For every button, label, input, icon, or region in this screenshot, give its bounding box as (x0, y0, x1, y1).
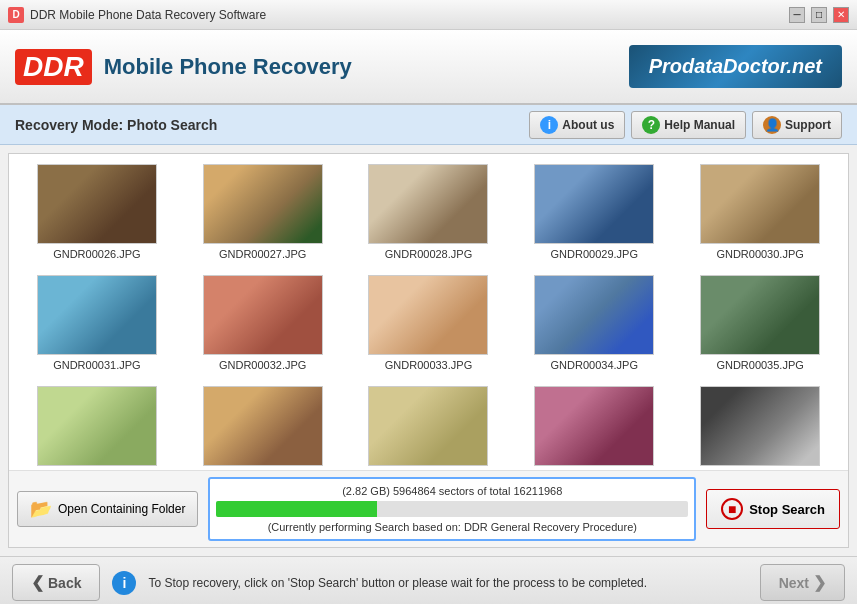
maximize-button[interactable]: □ (811, 7, 827, 23)
list-item[interactable]: GNDR00031.JPG (19, 275, 175, 371)
list-item[interactable]: GNDR00039.JPG (516, 386, 672, 470)
photo-thumbnail (37, 386, 157, 466)
photo-thumbnail (368, 275, 488, 355)
footer-message: To Stop recovery, click on 'Stop Search'… (148, 576, 747, 590)
brand-banner: ProdataDoctor.net (629, 45, 842, 88)
help-manual-label: Help Manual (664, 118, 735, 132)
photo-label: GNDR00031.JPG (53, 359, 140, 371)
photo-thumbnail (203, 164, 323, 244)
photo-thumbnail (700, 164, 820, 244)
open-folder-label: Open Containing Folder (58, 502, 185, 516)
bottom-section: 📂 Open Containing Folder (2.82 GB) 59648… (9, 470, 848, 547)
open-folder-button[interactable]: 📂 Open Containing Folder (17, 491, 198, 527)
photo-grid: GNDR00026.JPGGNDR00027.JPGGNDR00028.JPGG… (9, 154, 848, 470)
next-arrow-icon: ❯ (813, 573, 826, 592)
photo-label: GNDR00034.JPG (551, 359, 638, 371)
window-controls: ─ □ ✕ (789, 7, 849, 23)
photo-label: GNDR00035.JPG (716, 359, 803, 371)
back-button[interactable]: ❮ Back (12, 564, 100, 601)
progress-container: (2.82 GB) 5964864 sectors of total 16211… (208, 477, 696, 541)
about-us-label: About us (562, 118, 614, 132)
photo-label: GNDR00032.JPG (219, 359, 306, 371)
photo-thumbnail (534, 386, 654, 466)
photo-thumbnail (368, 164, 488, 244)
folder-icon: 📂 (30, 498, 52, 520)
list-item[interactable]: GNDR00026.JPG (19, 164, 175, 260)
list-item[interactable]: GNDR00036.JPG (19, 386, 175, 470)
photo-label: GNDR00029.JPG (551, 248, 638, 260)
progress-bar-fill (216, 501, 376, 517)
list-item[interactable]: GNDR00032.JPG (185, 275, 341, 371)
photo-thumbnail (37, 164, 157, 244)
toolbar-buttons: i About us ? Help Manual 👤 Support (529, 111, 842, 139)
photo-thumbnail (203, 386, 323, 466)
support-label: Support (785, 118, 831, 132)
minimize-button[interactable]: ─ (789, 7, 805, 23)
header: DDR Mobile Phone Recovery ProdataDoctor.… (0, 30, 857, 105)
list-item[interactable]: GNDR00033.JPG (351, 275, 507, 371)
user-icon: 👤 (763, 116, 781, 134)
back-arrow-icon: ❮ (31, 573, 44, 592)
photo-label: GNDR00027.JPG (219, 248, 306, 260)
progress-bar-background (216, 501, 688, 517)
app-title: Mobile Phone Recovery (104, 54, 629, 80)
app-icon: D (8, 7, 24, 23)
stop-icon: ■ (721, 498, 743, 520)
list-item[interactable]: GNDR00034.JPG (516, 275, 672, 371)
list-item[interactable]: GNDR00030.JPG (682, 164, 838, 260)
info-icon: i (540, 116, 558, 134)
help-manual-button[interactable]: ? Help Manual (631, 111, 746, 139)
toolbar: Recovery Mode: Photo Search i About us ?… (0, 105, 857, 145)
next-label: Next (779, 575, 809, 591)
photo-label: GNDR00028.JPG (385, 248, 472, 260)
main-content: GNDR00026.JPGGNDR00027.JPGGNDR00028.JPGG… (8, 153, 849, 548)
progress-info: (2.82 GB) 5964864 sectors of total 16211… (216, 485, 688, 497)
footer-info-icon: i (112, 571, 136, 595)
list-item[interactable]: GNDR00029.JPG (516, 164, 672, 260)
footer: ❮ Back i To Stop recovery, click on 'Sto… (0, 556, 857, 604)
photo-thumbnail (203, 275, 323, 355)
photo-thumbnail (368, 386, 488, 466)
photo-thumbnail (534, 275, 654, 355)
titlebar-text: DDR Mobile Phone Data Recovery Software (30, 8, 789, 22)
list-item[interactable]: GNDR00027.JPG (185, 164, 341, 260)
ddr-logo: DDR (15, 49, 92, 85)
back-label: Back (48, 575, 81, 591)
photo-label: GNDR00026.JPG (53, 248, 140, 260)
photo-thumbnail (700, 275, 820, 355)
question-icon: ? (642, 116, 660, 134)
list-item[interactable]: GNDR00040.JPG (682, 386, 838, 470)
about-us-button[interactable]: i About us (529, 111, 625, 139)
progress-status: (Currently performing Search based on: D… (216, 521, 688, 533)
photo-thumbnail (534, 164, 654, 244)
support-button[interactable]: 👤 Support (752, 111, 842, 139)
photo-label: GNDR00033.JPG (385, 359, 472, 371)
list-item[interactable]: GNDR00035.JPG (682, 275, 838, 371)
list-item[interactable]: GNDR00037.JPG (185, 386, 341, 470)
recovery-mode-label: Recovery Mode: Photo Search (15, 117, 217, 133)
next-button[interactable]: Next ❯ (760, 564, 845, 601)
photo-label: GNDR00030.JPG (716, 248, 803, 260)
list-item[interactable]: GNDR00028.JPG (351, 164, 507, 260)
list-item[interactable]: GNDR00038.JPG (351, 386, 507, 470)
photo-thumbnail (37, 275, 157, 355)
stop-search-button[interactable]: ■ Stop Search (706, 489, 840, 529)
close-button[interactable]: ✕ (833, 7, 849, 23)
titlebar: D DDR Mobile Phone Data Recovery Softwar… (0, 0, 857, 30)
stop-search-label: Stop Search (749, 502, 825, 517)
photo-thumbnail (700, 386, 820, 466)
